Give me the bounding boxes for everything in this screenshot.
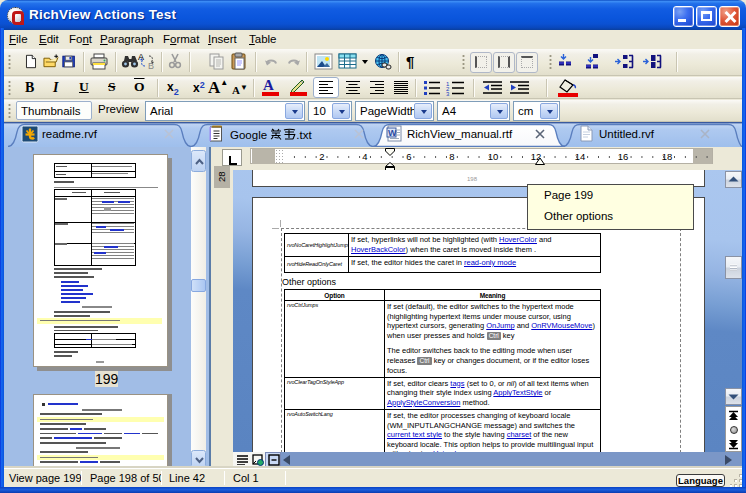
svg-text:A: A (138, 52, 144, 62)
svg-text:W: W (388, 128, 397, 138)
svg-text:3: 3 (446, 91, 450, 96)
